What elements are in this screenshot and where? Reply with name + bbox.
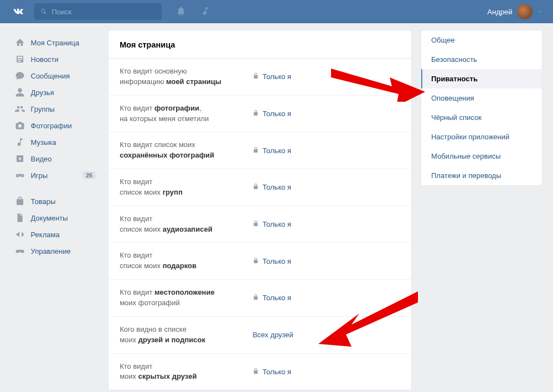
nav-label: Управление (31, 247, 71, 255)
lock-icon (252, 294, 259, 302)
privacy-row: Кто видитсписок моих группТолько я (108, 169, 411, 206)
nav-label: Реклама (31, 231, 60, 239)
username-label: Андрей (487, 8, 512, 16)
settings-tab[interactable]: Общее (421, 30, 542, 50)
nav-my-page[interactable]: Моя Страница (11, 34, 100, 51)
privacy-row: Кто видитсписок моих аудиозаписейТолько … (108, 206, 411, 243)
privacy-row-label: Кого видно в спискемоих друзей и подписо… (120, 325, 252, 346)
nav-docs[interactable]: Документы (11, 210, 100, 226)
avatar (517, 4, 533, 19)
message-icon (14, 70, 25, 81)
nav-label: Видео (31, 155, 52, 163)
gamepad-icon (14, 170, 25, 181)
privacy-row-label: Кто видитсписок моих групп (120, 177, 252, 198)
privacy-row-value[interactable]: Только я (252, 220, 291, 228)
privacy-row: Кого видно в спискемоих друзей и подписо… (108, 317, 411, 354)
group-icon (14, 103, 25, 114)
nav-messages[interactable]: Сообщения (11, 67, 100, 84)
lock-icon (252, 368, 259, 376)
privacy-row: Кто видит фотографии,на которых меня отм… (108, 96, 411, 133)
nav-label: Документы (31, 214, 68, 222)
privacy-value-text: Только я (262, 294, 291, 302)
gamepad-icon (14, 245, 25, 257)
camera-icon (14, 120, 25, 131)
lock-icon (252, 72, 259, 81)
settings-tab[interactable]: Оповещения (421, 88, 542, 108)
privacy-row-value[interactable]: Только я (252, 72, 291, 81)
nav-market[interactable]: Товары (11, 193, 100, 210)
video-icon (14, 153, 25, 164)
nav-news[interactable]: Новости (11, 51, 100, 67)
nav-photos[interactable]: Фотографии (11, 117, 100, 134)
settings-tab[interactable]: Настройки приложений (421, 127, 542, 147)
privacy-row-value[interactable]: Только я (252, 109, 291, 118)
settings-tabs: ОбщееБезопасностьПриватностьОповещенияЧё… (421, 30, 542, 186)
nav-music[interactable]: Музыка (11, 134, 100, 150)
settings-tab[interactable]: Чёрный список (421, 108, 542, 127)
privacy-row-value[interactable]: Только я (252, 147, 291, 155)
nav-friends[interactable]: Друзья (11, 84, 100, 101)
nav-manage[interactable]: Управление (11, 243, 100, 259)
news-icon (14, 54, 25, 65)
bag-icon (14, 196, 25, 207)
megaphone-icon (14, 229, 25, 240)
nav-label: Музыка (31, 138, 56, 147)
privacy-row-label: Кто видитсписок моих аудиозаписей (120, 214, 252, 235)
privacy-row: Кто видит список моихсохранённых фотогра… (108, 132, 411, 169)
chevron-down-icon (537, 9, 542, 14)
settings-tab[interactable]: Приватность (421, 69, 542, 88)
user-menu[interactable]: Андрей (487, 4, 542, 19)
search-input[interactable] (52, 8, 152, 16)
privacy-value-text: Только я (262, 109, 291, 118)
privacy-value-text: Только я (262, 368, 291, 376)
music-icon[interactable] (200, 6, 210, 18)
nav-label: Игры (31, 171, 48, 180)
nav-groups[interactable]: Группы (11, 101, 100, 117)
notifications-icon[interactable] (175, 6, 187, 18)
privacy-row-label: Кто видит список моихсохранённых фотогра… (120, 140, 252, 161)
privacy-row-value[interactable]: Всех друзей (252, 331, 293, 339)
privacy-row-label: Кто видит местоположениемоих фотографий (120, 288, 252, 309)
privacy-value-text: Только я (262, 72, 291, 81)
games-badge: 26 (82, 171, 96, 179)
nav-label: Товары (31, 197, 56, 206)
privacy-value-text: Только я (262, 183, 291, 191)
settings-tab[interactable]: Платежи и переводы (421, 166, 542, 185)
nav-label: Фотографии (31, 122, 72, 130)
privacy-value-text: Только я (262, 220, 291, 228)
doc-icon (14, 212, 25, 223)
lock-icon (252, 257, 259, 265)
privacy-row-value[interactable]: Только я (252, 294, 291, 302)
note-icon (14, 137, 25, 148)
privacy-row: Кто видитмоих скрытых друзейТолько я (108, 354, 411, 390)
privacy-row: Кто видит основнуюинформацию моей страни… (108, 59, 411, 96)
privacy-row: Кто видит местоположениемоих фотографийТ… (108, 280, 411, 317)
nav-ads[interactable]: Реклама (11, 226, 100, 243)
lock-icon (252, 109, 259, 118)
vk-logo-icon[interactable] (11, 4, 27, 19)
privacy-row-label: Кто видитсписок моих подарков (120, 250, 252, 271)
privacy-row-value[interactable]: Только я (252, 183, 291, 191)
nav-label: Сообщения (31, 72, 70, 80)
search-icon (40, 8, 48, 15)
home-icon (14, 37, 25, 48)
privacy-row-label: Кто видит фотографии,на которых меня отм… (120, 103, 252, 124)
lock-icon (252, 220, 259, 228)
privacy-value-text: Только я (262, 147, 291, 155)
nav-games[interactable]: Игры26 (11, 167, 100, 184)
privacy-row-label: Кто видит основнуюинформацию моей страни… (120, 66, 252, 87)
settings-tab[interactable]: Мобильные сервисы (421, 147, 542, 166)
nav-label: Новости (31, 55, 59, 64)
left-sidebar: Моя Страница Новости Сообщения Друзья Гр… (11, 30, 100, 390)
user-icon (14, 87, 25, 98)
privacy-row-value[interactable]: Только я (252, 257, 291, 265)
nav-video[interactable]: Видео (11, 150, 100, 167)
settings-tab[interactable]: Безопасность (421, 50, 542, 69)
settings-panel: Моя страница Кто видит основнуюинформаци… (108, 30, 412, 390)
privacy-row-value[interactable]: Только я (252, 368, 291, 376)
privacy-value-text: Всех друзей (252, 331, 293, 339)
search-box[interactable] (34, 3, 162, 20)
privacy-row-label: Кто видитмоих скрытых друзей (120, 362, 252, 383)
lock-icon (252, 147, 259, 155)
nav-label: Друзья (31, 88, 54, 97)
